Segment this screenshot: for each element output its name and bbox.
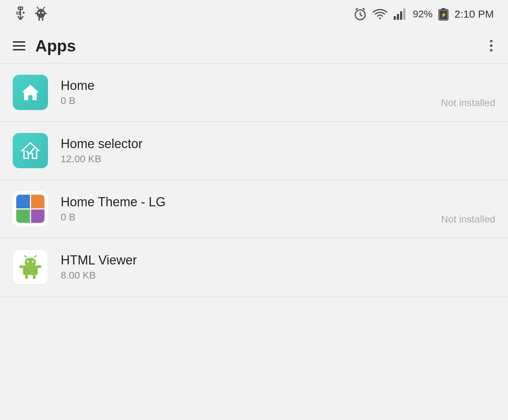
app-name: Home <box>61 78 495 93</box>
svg-rect-15 <box>43 13 47 14</box>
svg-marker-30 <box>22 85 39 100</box>
page-title: Apps <box>35 36 76 55</box>
lg-icon-green <box>16 209 30 223</box>
svg-point-37 <box>24 255 25 257</box>
svg-line-18 <box>360 15 362 16</box>
status-bar: 92% ⚡ 2:10 PM <box>0 0 508 28</box>
usb-icon <box>14 6 27 23</box>
battery-percent: 92% <box>413 8 433 20</box>
svg-rect-14 <box>35 13 38 14</box>
app-size: 12.00 KB <box>61 153 495 165</box>
time-display: 2:10 PM <box>454 8 494 20</box>
app-name: Home Theme - LG <box>61 195 495 209</box>
list-item[interactable]: Home selector 12.00 KB <box>0 122 508 180</box>
lg-icon-purple <box>31 209 45 223</box>
app-info-lg-theme: Home Theme - LG 0 B <box>61 195 495 223</box>
app-icon-home <box>13 75 48 110</box>
wifi-icon <box>373 8 387 20</box>
lg-icon-blue <box>16 195 30 208</box>
svg-text:⚡: ⚡ <box>441 12 447 18</box>
svg-point-6 <box>38 12 40 14</box>
list-item[interactable]: HTML Viewer 8.00 KB <box>0 238 508 296</box>
svg-rect-24 <box>400 11 402 20</box>
svg-point-39 <box>35 255 37 257</box>
svg-line-36 <box>25 256 27 258</box>
list-item[interactable]: Home Theme - LG 0 B Not installed <box>0 180 508 238</box>
svg-rect-40 <box>25 275 28 279</box>
signal-icon <box>393 8 407 20</box>
app-status: Not installed <box>441 97 495 109</box>
app-info-home-selector: Home selector 12.00 KB <box>61 136 495 165</box>
svg-marker-31 <box>22 143 39 158</box>
app-icon-lg-theme <box>13 191 48 226</box>
svg-point-21 <box>379 18 381 19</box>
app-size: 0 B <box>61 212 495 223</box>
svg-line-20 <box>363 8 365 10</box>
debug-icon <box>34 6 48 23</box>
svg-rect-28 <box>442 8 445 10</box>
svg-rect-12 <box>38 17 40 21</box>
list-item[interactable]: Home 0 B Not installed <box>0 63 508 122</box>
svg-point-11 <box>44 7 45 8</box>
svg-point-35 <box>32 261 34 263</box>
menu-button[interactable] <box>13 41 25 50</box>
toolbar: Apps <box>0 28 508 63</box>
alarm-icon <box>353 7 367 21</box>
app-size: 0 B <box>61 95 495 106</box>
battery-icon: ⚡ <box>438 7 449 21</box>
svg-point-9 <box>37 7 38 8</box>
svg-rect-41 <box>33 275 36 279</box>
app-name: Home selector <box>61 136 495 151</box>
svg-rect-13 <box>42 17 43 21</box>
svg-line-19 <box>356 8 358 10</box>
svg-rect-43 <box>37 265 41 268</box>
app-name: HTML Viewer <box>61 253 495 268</box>
svg-rect-23 <box>397 14 399 20</box>
status-right-icons: 92% ⚡ 2:10 PM <box>353 7 494 21</box>
svg-point-7 <box>42 12 44 14</box>
app-size: 8.00 KB <box>61 270 495 281</box>
app-list: Home 0 B Not installed Home selector 12.… <box>0 63 508 296</box>
app-icon-home-selector <box>13 133 48 168</box>
svg-rect-42 <box>19 265 23 268</box>
status-left-icons <box>14 6 48 23</box>
svg-point-34 <box>27 261 29 263</box>
app-info-home: Home 0 B <box>61 78 495 106</box>
svg-rect-22 <box>394 16 396 20</box>
svg-rect-25 <box>403 8 405 20</box>
svg-line-38 <box>34 256 36 258</box>
app-icon-html-viewer <box>13 249 48 285</box>
app-info-html-viewer: HTML Viewer 8.00 KB <box>61 253 495 281</box>
more-options-button[interactable] <box>487 37 495 54</box>
toolbar-left: Apps <box>13 36 76 55</box>
app-status: Not installed <box>441 214 495 225</box>
svg-rect-2 <box>17 12 20 14</box>
lg-icon-orange <box>31 195 45 208</box>
